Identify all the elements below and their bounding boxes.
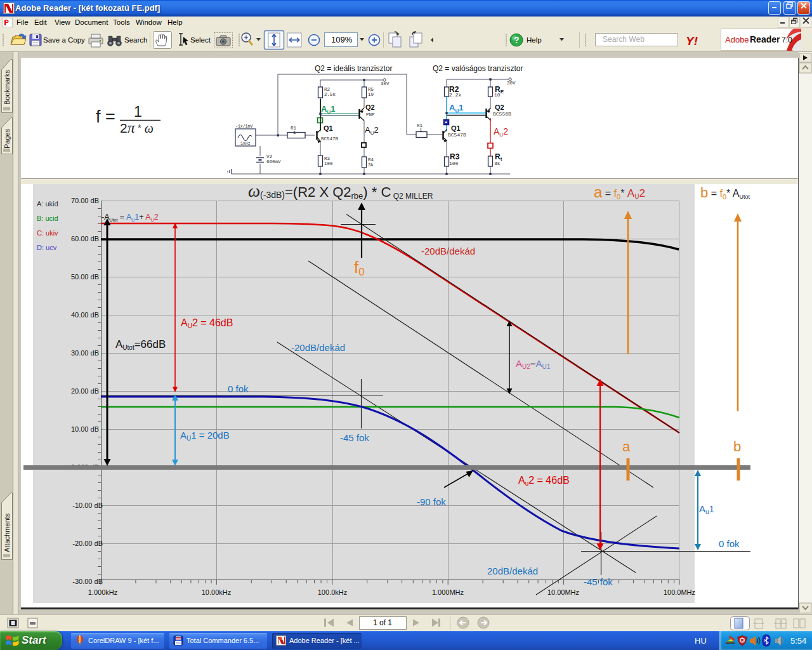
svg-text:?: ? xyxy=(514,35,520,45)
svg-text:-20.00 dB: -20.00 dB xyxy=(72,540,103,547)
svg-text:f =: f = xyxy=(96,107,115,126)
svg-text:109%: 109% xyxy=(331,35,353,44)
svg-text:B: ucid: B: ucid xyxy=(37,215,58,222)
svg-text:R3: R3 xyxy=(324,156,331,161)
svg-text:0 fok: 0 fok xyxy=(719,538,740,549)
svg-text:Y!: Y! xyxy=(686,34,698,48)
svg-text:100.0MHz: 100.0MHz xyxy=(664,588,695,596)
svg-text:C: ukiv: C: ukiv xyxy=(37,229,58,237)
svg-text:20dB/dekád: 20dB/dekád xyxy=(487,566,538,576)
svg-text:50.00 dB: 50.00 dB xyxy=(71,273,99,281)
svg-text:-90 fok: -90 fok xyxy=(417,496,446,507)
svg-text:Search: Search xyxy=(124,36,147,44)
svg-text:Attachments: Attachments xyxy=(3,513,11,552)
svg-text:R3: R3 xyxy=(450,152,460,161)
svg-text:2.2k: 2.2k xyxy=(449,92,461,98)
svg-text:V2: V2 xyxy=(266,154,272,159)
svg-text:Pages: Pages xyxy=(3,128,11,149)
svg-text:1.000kHz: 1.000kHz xyxy=(88,588,117,596)
svg-text:Search Web: Search Web xyxy=(603,35,645,44)
svg-text:100: 100 xyxy=(324,161,333,166)
svg-text:70.00 dB: 70.00 dB xyxy=(71,197,99,204)
svg-text:Help: Help xyxy=(527,36,542,44)
svg-text:1.000MHz: 1.000MHz xyxy=(432,588,464,596)
svg-text:Save a Copy: Save a Copy xyxy=(43,36,85,44)
svg-text:30V: 30V xyxy=(507,81,516,86)
svg-text:A: ukid: A: ukid xyxy=(37,200,58,208)
svg-text:Adobe: Adobe xyxy=(725,35,749,44)
svg-text:D: ucv: D: ucv xyxy=(37,244,57,251)
svg-text:30.00 dB: 30.00 dB xyxy=(71,349,99,357)
svg-text:-45 fok: -45 fok xyxy=(584,576,613,587)
svg-text:Q2 = valóságos tranzisztor: Q2 = valóságos tranzisztor xyxy=(433,64,523,73)
svg-text:10.00 dB: 10.00 dB xyxy=(71,425,99,433)
svg-text:Q1: Q1 xyxy=(451,124,461,132)
svg-text:1kHz: 1kHz xyxy=(240,142,251,146)
svg-text:3k: 3k xyxy=(368,162,374,168)
svg-text:7.0: 7.0 xyxy=(782,36,792,44)
svg-text:-20dB/dekád: -20dB/dekád xyxy=(291,342,345,353)
svg-text:-10.00 dB: -10.00 dB xyxy=(72,501,103,509)
svg-text:2.5k: 2.5k xyxy=(324,92,336,97)
svg-text:10.00MHz: 10.00MHz xyxy=(547,588,579,596)
svg-text:10: 10 xyxy=(368,92,374,97)
svg-text:660mV: 660mV xyxy=(266,159,281,164)
svg-text:1 of 1: 1 of 1 xyxy=(373,618,392,627)
svg-text:60.00 dB: 60.00 dB xyxy=(71,235,99,242)
svg-text:1: 1 xyxy=(293,130,296,135)
svg-text:5:54: 5:54 xyxy=(790,636,806,646)
svg-text:-1x/1mV: -1x/1mV xyxy=(235,124,252,129)
svg-text:-30.00 dB: -30.00 dB xyxy=(72,578,103,585)
svg-text:-20dB/dekád: -20dB/dekád xyxy=(421,246,475,256)
svg-text:10.00kHz: 10.00kHz xyxy=(202,588,231,596)
svg-text:3k: 3k xyxy=(494,161,501,166)
svg-text:Q2: Q2 xyxy=(365,103,375,111)
svg-text:1: 1 xyxy=(419,128,422,133)
svg-text:100.0kHz: 100.0kHz xyxy=(318,588,347,596)
svg-text:40.00 dB: 40.00 dB xyxy=(71,311,99,319)
svg-text:Q2 = ideális tranzisztor: Q2 = ideális tranzisztor xyxy=(315,64,392,73)
svg-text:Reader: Reader xyxy=(750,34,780,44)
svg-text:R5: R5 xyxy=(368,87,374,92)
svg-text:BC556B: BC556B xyxy=(493,111,511,117)
svg-text:100: 100 xyxy=(449,161,459,166)
svg-text:Bookmarks: Bookmarks xyxy=(3,69,11,105)
svg-text:R4: R4 xyxy=(368,157,374,162)
svg-text:b: b xyxy=(733,439,741,454)
svg-text:30V: 30V xyxy=(381,81,390,86)
svg-text:PNP: PNP xyxy=(366,112,375,117)
svg-text:1: 1 xyxy=(134,103,142,120)
svg-text:Q2: Q2 xyxy=(495,103,504,111)
svg-text:20.00 dB: 20.00 dB xyxy=(71,387,99,395)
svg-text:BC547B: BC547B xyxy=(321,136,339,142)
svg-text:0 fok: 0 fok xyxy=(228,383,249,394)
svg-text:BC547B: BC547B xyxy=(448,132,466,138)
svg-text:a: a xyxy=(622,439,631,454)
svg-text:Select: Select xyxy=(190,36,211,44)
svg-text:Q1: Q1 xyxy=(324,124,333,132)
svg-text:R2: R2 xyxy=(324,87,330,92)
svg-text:-45 fok: -45 fok xyxy=(340,432,369,443)
svg-text:10: 10 xyxy=(494,92,501,98)
